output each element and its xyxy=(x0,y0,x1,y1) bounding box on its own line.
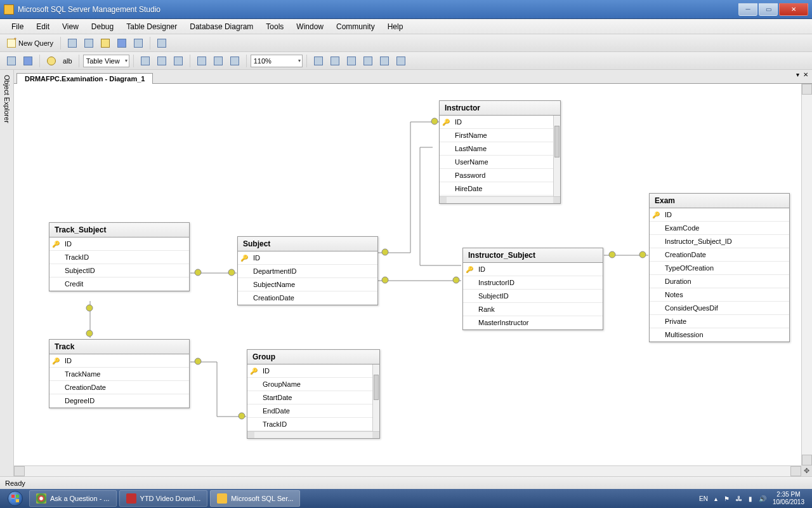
document-tab[interactable]: DRMAFPC.Examination - Diagram_1 xyxy=(16,73,153,84)
zoom-dropdown[interactable]: 110% xyxy=(251,55,303,67)
save-icon xyxy=(117,39,126,48)
svg-rect-25 xyxy=(11,495,15,498)
table-view-label: Table View xyxy=(86,57,120,65)
diagram-tool-9[interactable] xyxy=(227,54,242,68)
status-bar: Ready xyxy=(0,476,812,489)
table-row: 🔑ID xyxy=(247,364,372,378)
tray-network-icon[interactable]: 🖧 xyxy=(736,495,742,502)
menu-window[interactable]: Window xyxy=(290,20,330,33)
table-row: HireDate xyxy=(440,182,553,196)
toolbar-diagram: alb Table View 110% xyxy=(0,52,812,70)
svg-rect-10 xyxy=(453,277,459,283)
menu-community[interactable]: Community xyxy=(330,20,381,33)
tray-battery-icon[interactable]: ▮ xyxy=(749,495,752,502)
misc-icon-4 xyxy=(363,57,372,65)
menu-help[interactable]: Help xyxy=(381,20,410,33)
taskbar-item-ssms[interactable]: Microsoft SQL Ser... xyxy=(210,490,300,507)
diagram-tool-12[interactable] xyxy=(344,54,359,68)
table-track-subject[interactable]: Track_Subject 🔑ID TrackID SubjectID Cred… xyxy=(49,222,190,291)
tab-close-icon[interactable]: ✕ xyxy=(803,71,808,78)
table-row: LastName xyxy=(440,142,553,156)
menu-table-designer[interactable]: Table Designer xyxy=(120,20,183,33)
svg-rect-24 xyxy=(239,413,245,419)
layout-3-icon xyxy=(230,57,239,65)
tray-volume-icon[interactable]: 🔊 xyxy=(759,495,766,502)
toolbar-icon-2[interactable] xyxy=(81,36,96,50)
svg-rect-2 xyxy=(228,269,235,276)
new-query-label: New Query xyxy=(18,39,53,47)
toolbar-icon-6[interactable] xyxy=(154,36,169,50)
chrome-icon xyxy=(36,493,46,504)
table-hscroll[interactable] xyxy=(440,196,560,203)
document-tab-bar: DRMAFPC.Examination - Diagram_1 ▾ ✕ xyxy=(14,70,812,84)
toolbar-icon-1[interactable] xyxy=(65,36,80,50)
table-track[interactable]: Track 🔑ID TrackName CreationDate DegreeI… xyxy=(49,339,190,408)
tray-clock[interactable]: 2:35 PM 10/06/2013 xyxy=(773,491,804,506)
maximize-button[interactable]: ▭ xyxy=(759,3,778,16)
menu-file[interactable]: File xyxy=(5,20,30,33)
tab-dropdown-icon[interactable]: ▾ xyxy=(796,71,799,78)
close-button[interactable]: ✕ xyxy=(779,3,808,16)
menu-edit[interactable]: Edit xyxy=(30,20,56,33)
toolbar-icon-4[interactable] xyxy=(114,36,129,50)
table-vscroll[interactable] xyxy=(372,364,379,431)
table-row: FirstName xyxy=(440,129,553,142)
minimize-button[interactable]: ─ xyxy=(738,3,757,16)
file-icon xyxy=(68,39,77,48)
layout-1-icon xyxy=(197,57,206,65)
table-hscroll[interactable] xyxy=(247,431,379,438)
table-group[interactable]: Group 🔑ID GroupName StartDate EndDate Tr… xyxy=(247,349,380,439)
canvas-vscroll[interactable] xyxy=(801,84,812,465)
diagram-tool-2[interactable] xyxy=(20,54,36,68)
diagram-tool-7[interactable] xyxy=(194,54,209,68)
diagram-tool-5[interactable] xyxy=(154,54,169,68)
table-row: TrackID xyxy=(247,418,372,431)
diagram-tool-10[interactable] xyxy=(311,54,326,68)
misc-icon-5 xyxy=(380,57,389,65)
diagram-tool-1[interactable] xyxy=(4,54,19,68)
table-subject[interactable]: Subject 🔑ID DepartmentID SubjectName Cre… xyxy=(237,236,378,305)
diagram-tool-14[interactable] xyxy=(377,54,392,68)
svg-rect-9 xyxy=(382,277,388,283)
diagram-tool-13[interactable] xyxy=(360,54,376,68)
start-button[interactable] xyxy=(3,489,28,508)
table-vscroll[interactable] xyxy=(553,116,560,196)
window-title: Microsoft SQL Server Management Studio xyxy=(18,5,738,14)
tray-flag-icon[interactable]: ⚑ xyxy=(724,495,730,502)
table-row: Instructor_Subject_ID xyxy=(650,235,789,248)
diagram-tool-3[interactable] xyxy=(44,54,59,68)
diagram-canvas[interactable]: Track_Subject 🔑ID TrackID SubjectID Cred… xyxy=(14,84,812,476)
toolbar-icon-5[interactable] xyxy=(131,36,146,50)
menubar: File Edit View Debug Table Designer Data… xyxy=(0,19,812,34)
diagram-tool-4[interactable] xyxy=(138,54,153,68)
taskbar: Ask a Question - ... YTD Video Downl... … xyxy=(0,489,812,508)
table-instructor-subject[interactable]: Instructor_Subject 🔑ID InstructorID Subj… xyxy=(462,248,603,330)
canvas-hscroll[interactable] xyxy=(14,465,801,476)
menu-database-diagram[interactable]: Database Diagram xyxy=(183,20,259,33)
table-row: CreationDate xyxy=(49,381,189,394)
key-icon: 🔑 xyxy=(466,266,473,273)
table-instructor[interactable]: Instructor 🔑ID FirstName LastName UserNa… xyxy=(439,100,561,204)
tray-lang[interactable]: EN xyxy=(699,495,708,502)
menu-view[interactable]: View xyxy=(56,20,85,33)
canvas-resize-grip[interactable]: ✥ xyxy=(801,465,812,476)
object-explorer-tab[interactable]: Object Explorer xyxy=(0,70,14,476)
menu-debug[interactable]: Debug xyxy=(85,20,120,33)
diagram-tool-6[interactable] xyxy=(171,54,186,68)
table-view-dropdown[interactable]: Table View xyxy=(83,55,129,67)
svg-rect-1 xyxy=(195,269,201,276)
tray-show-hidden-icon[interactable]: ▴ xyxy=(714,495,717,502)
diagram-tool-8[interactable] xyxy=(211,54,226,68)
table-exam[interactable]: Exam 🔑ID ExamCode Instructor_Subject_ID … xyxy=(649,193,790,342)
taskbar-item-chrome[interactable]: Ask a Question - ... xyxy=(29,490,117,507)
taskbar-item-ytd[interactable]: YTD Video Downl... xyxy=(119,490,208,507)
menu-tools[interactable]: Tools xyxy=(259,20,290,33)
toolbar-icon-3[interactable] xyxy=(98,36,113,50)
object-explorer-label: Object Explorer xyxy=(3,75,11,123)
table-row: SubjectName xyxy=(238,278,377,291)
diagram-tool-11[interactable] xyxy=(327,54,343,68)
new-query-button[interactable]: New Query xyxy=(4,36,56,50)
diagram-tool-15[interactable] xyxy=(393,54,409,68)
svg-rect-28 xyxy=(16,499,19,502)
table-row: MasterInstructor xyxy=(463,316,603,330)
